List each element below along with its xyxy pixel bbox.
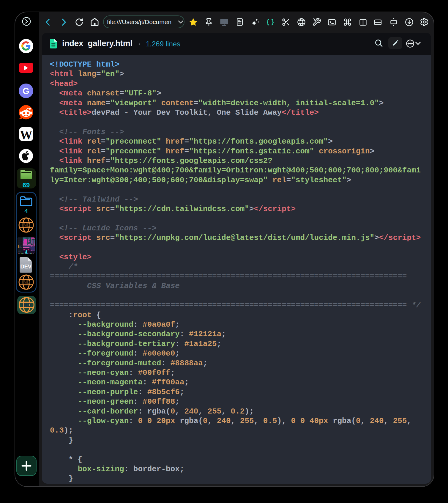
svg-text:IND: IND <box>22 280 30 285</box>
svg-text:IND: IND <box>22 223 30 228</box>
svg-text:DEV: DEV <box>20 263 31 270</box>
svg-text:IND: IND <box>22 302 31 308</box>
